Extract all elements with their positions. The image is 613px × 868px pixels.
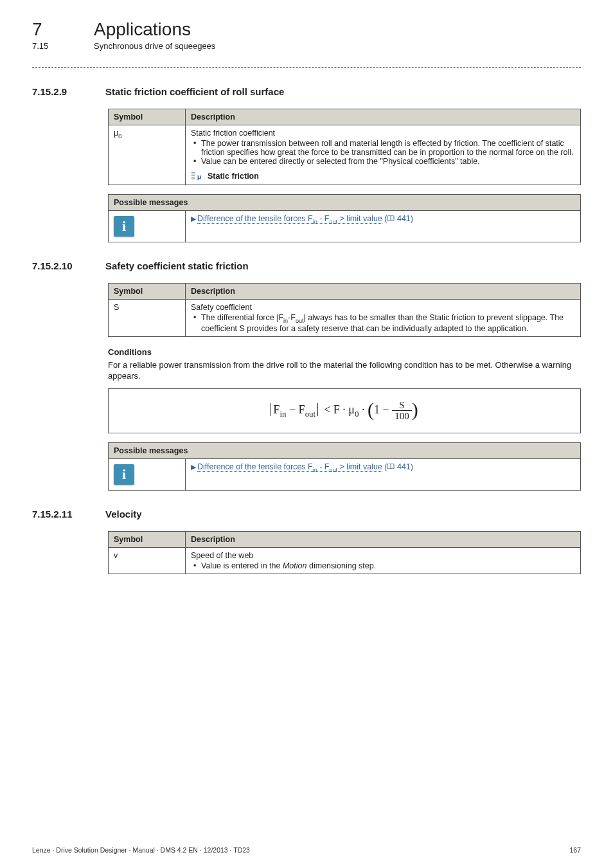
description-cell: Speed of the web Value is entered in the… (186, 548, 581, 574)
book-icon (387, 215, 395, 222)
formula: Fin − Fout < F · μ0 · (1 − S100) (108, 388, 581, 434)
table-row: i ▶Difference of the tensile forces Fin … (109, 459, 581, 491)
message-link[interactable]: ▶Difference of the tensile forces Fin - … (191, 462, 413, 471)
static-friction-icon: μ (191, 171, 204, 181)
info-icon-cell: i (109, 459, 186, 491)
subsection-number: 7.15.2.11 (32, 509, 84, 520)
description-table: Symbol Description μ0 Static friction co… (108, 109, 581, 185)
table-row: μ0 Static friction coefficient The power… (109, 125, 581, 185)
bullet-item: Value is entered in the Motion dimension… (201, 561, 575, 570)
book-icon (387, 464, 395, 470)
table-header-description: Description (186, 109, 581, 125)
divider (32, 68, 581, 68)
svg-text:μ: μ (197, 172, 201, 180)
table-header-symbol: Symbol (109, 532, 186, 548)
conditions-paragraph: For a reliable power transmission from t… (108, 359, 581, 382)
info-icon-cell: i (109, 211, 186, 242)
bullet-item: Value can be entered directly or selecte… (201, 157, 575, 166)
description-table: Symbol Description S Safety coefficient … (108, 283, 581, 337)
table-header-symbol: Symbol (109, 109, 186, 125)
subsection-title: Safety coefficient static friction (105, 260, 249, 271)
footer-left: Lenze · Drive Solution Designer · Manual… (32, 846, 250, 854)
description-table: Symbol Description v Speed of the web Va… (108, 531, 581, 574)
bullet-item: The power transmission between roll and … (201, 139, 575, 157)
subsection-number: 7.15.2.9 (32, 86, 84, 97)
static-friction-label: Static friction (208, 172, 259, 181)
message-link-cell: ▶Difference of the tensile forces Fin - … (186, 459, 581, 491)
subsection-title: Static friction coefficient of roll surf… (105, 86, 284, 97)
table-header-description: Description (186, 284, 581, 300)
messages-table: Possible messages i ▶Difference of the t… (108, 194, 581, 242)
info-icon: i (114, 216, 134, 237)
symbol-cell: μ0 (109, 125, 186, 185)
table-row: v Speed of the web Value is entered in t… (109, 548, 581, 574)
messages-header: Possible messages (109, 195, 581, 211)
footer-page-number: 167 (569, 846, 581, 854)
chapter-number: 7 (32, 19, 68, 40)
conditions-heading: Conditions (108, 347, 581, 357)
table-header-symbol: Symbol (109, 284, 186, 300)
message-link-cell: ▶Difference of the tensile forces Fin - … (186, 211, 581, 242)
description-title: Speed of the web (191, 551, 575, 560)
bullet-item: The differential force |Fin-Fout| always… (201, 313, 575, 333)
message-link[interactable]: ▶Difference of the tensile forces Fin - … (191, 214, 413, 223)
subsection-heading: 7.15.2.10 Safety coefficient static fric… (32, 260, 581, 271)
description-cell: Safety coefficient The differential forc… (186, 300, 581, 337)
subsection-number: 7.15.2.10 (32, 260, 84, 271)
subsection-title: Velocity (105, 509, 142, 520)
symbol-cell: S (109, 300, 186, 337)
symbol-cell: v (109, 548, 186, 574)
table-row: S Safety coefficient The differential fo… (109, 300, 581, 337)
table-row: i ▶Difference of the tensile forces Fin … (109, 211, 581, 242)
messages-header: Possible messages (109, 443, 581, 459)
info-icon: i (114, 464, 134, 485)
table-header-description: Description (186, 532, 581, 548)
section-title: Synchronous drive of squeegees (94, 41, 215, 51)
description-title: Safety coefficient (191, 303, 575, 312)
section-number: 7.15 (32, 41, 68, 51)
chapter-title: Applications (94, 19, 191, 40)
subsection-heading: 7.15.2.11 Velocity (32, 509, 581, 520)
messages-table: Possible messages i ▶Difference of the t… (108, 442, 581, 491)
subsection-heading: 7.15.2.9 Static friction coefficient of … (32, 86, 581, 97)
description-cell: Static friction coefficient The power tr… (186, 125, 581, 185)
description-title: Static friction coefficient (191, 129, 575, 138)
